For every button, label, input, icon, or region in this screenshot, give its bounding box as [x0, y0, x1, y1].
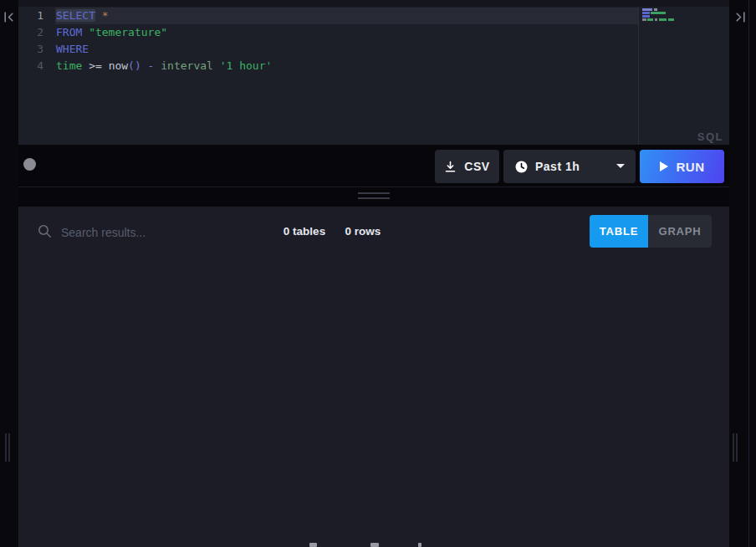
code-lines[interactable]: 1SELECT *2FROM "temerature"3WHERE4time >… [18, 8, 638, 74]
right-rail-divider [748, 0, 749, 547]
search-icon [38, 224, 52, 238]
csv-button-label: CSV [464, 160, 489, 173]
csv-export-button[interactable]: CSV [435, 150, 499, 183]
line-number: 2 [18, 24, 43, 41]
results-body [18, 255, 729, 547]
time-range-dropdown[interactable]: Past 1h [503, 150, 636, 183]
code-line[interactable]: 2FROM "temerature" [18, 24, 638, 41]
left-resize-handle[interactable] [5, 433, 17, 462]
play-icon [660, 161, 668, 171]
line-number: 3 [18, 41, 43, 58]
code-line[interactable]: 1SELECT * [18, 8, 638, 24]
run-button-label: RUN [677, 160, 705, 174]
sql-editor[interactable]: 1SELECT *2FROM "temerature"3WHERE4time >… [18, 7, 729, 145]
code-line[interactable]: 3WHERE [18, 41, 638, 58]
line-number: 1 [18, 8, 43, 24]
status-indicator [23, 158, 36, 171]
line-number: 4 [18, 58, 43, 74]
rows-count: 0 rows [328, 225, 398, 238]
app-root: 1SELECT *2FROM "temerature"3WHERE4time >… [0, 0, 756, 547]
collapse-right-icon[interactable] [734, 11, 747, 23]
clock-icon [515, 161, 528, 173]
clipped-text-fragment [370, 543, 379, 547]
minimap-divider [638, 7, 639, 145]
search-results-input[interactable] [59, 221, 255, 244]
editor-minimap [642, 8, 726, 22]
pane-resize-handle[interactable] [358, 192, 390, 202]
tab-graph[interactable]: GRAPH [648, 215, 712, 248]
left-rail [0, 0, 18, 547]
clipped-text-fragment [418, 543, 421, 547]
time-range-label: Past 1h [535, 160, 580, 173]
code-line[interactable]: 4time >= now() - interval '1 hour' [18, 58, 638, 74]
view-toggle: TABLE GRAPH [590, 215, 712, 248]
top-strip [18, 0, 729, 7]
right-resize-handle[interactable] [733, 433, 744, 462]
pane-splitter [18, 187, 729, 207]
language-label: SQL [697, 130, 723, 143]
tab-table[interactable]: TABLE [590, 215, 648, 248]
download-icon [444, 161, 457, 173]
clipped-text-fragment [309, 543, 317, 547]
results-header: 0 tables 0 rows TABLE GRAPH [18, 207, 729, 255]
main-content: 1SELECT *2FROM "temerature"3WHERE4time >… [18, 0, 729, 547]
run-query-button[interactable]: RUN [640, 150, 724, 183]
right-rail [729, 0, 756, 547]
query-toolbar: CSV Past 1h RUN [18, 145, 729, 187]
collapse-left-icon[interactable] [3, 11, 15, 23]
chevron-down-icon [616, 164, 625, 168]
